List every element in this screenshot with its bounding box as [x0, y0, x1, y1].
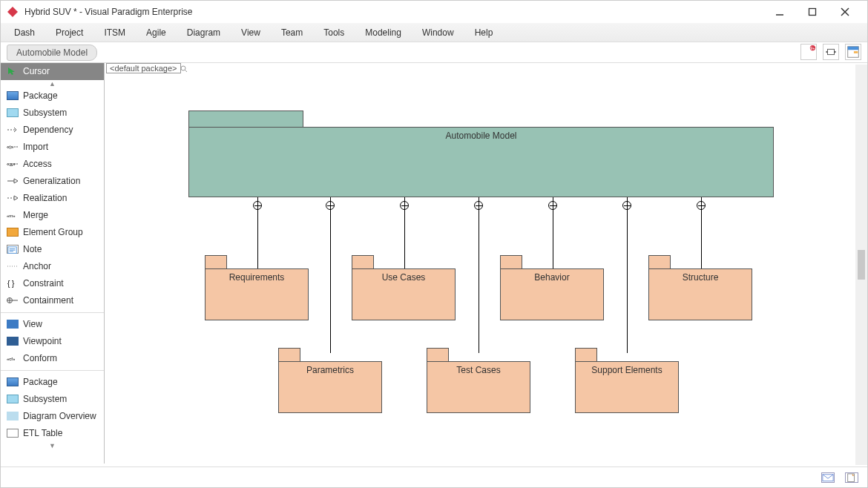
app-logo-icon: [7, 6, 19, 18]
palette-note[interactable]: Note: [1, 241, 104, 258]
menu-agile[interactable]: Agile: [136, 24, 177, 41]
maximize-button[interactable]: [796, 1, 829, 23]
breadcrumb[interactable]: Automobile Model: [7, 44, 97, 61]
svg-marker-20: [14, 196, 18, 200]
package-tab[interactable]: [205, 255, 227, 268]
package-tab[interactable]: [278, 348, 300, 361]
package-tab[interactable]: [352, 255, 374, 268]
menu-dash[interactable]: Dash: [4, 24, 45, 41]
connector: [479, 197, 479, 353]
package-icon: [7, 91, 19, 100]
package-behavior[interactable]: Behavior: [500, 268, 604, 320]
fit-width-icon[interactable]: [823, 44, 839, 60]
package-path[interactable]: <default package>: [106, 63, 181, 73]
connector: [257, 197, 258, 268]
diagram-overview-icon: [7, 412, 19, 421]
menu-project[interactable]: Project: [45, 24, 93, 41]
connector: [701, 197, 702, 268]
subsystem-icon: [7, 395, 19, 403]
package-structure[interactable]: Structure: [648, 268, 752, 320]
merge-icon: «m»: [7, 211, 19, 220]
window-controls: [763, 1, 861, 23]
search-icon[interactable]: [180, 65, 188, 72]
svg-text:{ }: { }: [7, 280, 15, 288]
viewpoint-icon: [7, 337, 19, 346]
palette-cursor[interactable]: Cursor: [1, 63, 104, 80]
minimize-button[interactable]: [763, 1, 796, 23]
menu-itsm[interactable]: ITSM: [93, 24, 136, 41]
status-bar: [1, 466, 867, 487]
palette-conform[interactable]: «cf»Conform: [1, 350, 104, 367]
palette-separator: [1, 312, 104, 313]
package-tab[interactable]: [500, 255, 522, 268]
svg-text:«cf»: «cf»: [7, 357, 16, 361]
palette-constraint[interactable]: { }Constraint: [1, 275, 104, 292]
package-tab[interactable]: [575, 348, 597, 361]
note-icon: [7, 245, 19, 254]
menu-modeling[interactable]: Modeling: [355, 24, 412, 41]
cursor-icon: [7, 67, 19, 76]
mail-icon[interactable]: [821, 472, 835, 483]
import-icon: «i»: [7, 142, 19, 151]
palette-realization[interactable]: Realization: [1, 190, 104, 207]
package-use-cases[interactable]: Use Cases: [352, 268, 456, 320]
package-root[interactable]: Automobile Model: [188, 127, 774, 197]
svg-rect-10: [854, 51, 858, 53]
document-icon[interactable]: [845, 472, 858, 483]
title-bar: Hybrid SUV * - Visual Paradigm Enterpris…: [1, 1, 867, 23]
package-parametrics[interactable]: Parametrics: [278, 361, 382, 413]
menu-window[interactable]: Window: [412, 24, 464, 41]
package-test-cases[interactable]: Test Cases: [427, 361, 530, 413]
palette-containment[interactable]: Containment: [1, 292, 104, 309]
menu-tools[interactable]: Tools: [313, 24, 355, 41]
palette-subsystem-2[interactable]: Subsystem: [1, 391, 104, 408]
palette-element-group[interactable]: Element Group: [1, 224, 104, 241]
palette-scroll-down[interactable]: ▼: [1, 442, 104, 449]
etl-table-icon: [7, 429, 19, 438]
vertical-scrollbar[interactable]: [855, 65, 867, 465]
palette-import[interactable]: «i»Import: [1, 139, 104, 156]
palette-generalization[interactable]: Generalization: [1, 173, 104, 190]
package-tab[interactable]: [427, 348, 449, 361]
palette-viewpoint[interactable]: Viewpoint: [1, 333, 104, 350]
realization-icon: [7, 194, 19, 202]
element-group-icon: [7, 228, 19, 237]
connector: [330, 197, 331, 353]
menu-diagram[interactable]: Diagram: [177, 24, 231, 41]
connector: [627, 197, 628, 353]
palette-separator: [1, 370, 104, 371]
menu-team[interactable]: Team: [271, 24, 313, 41]
palette-anchor[interactable]: Anchor: [1, 258, 104, 275]
menu-help[interactable]: Help: [464, 24, 504, 41]
announcement-icon[interactable]: 9+: [800, 44, 817, 60]
package-requirements[interactable]: Requirements: [205, 268, 309, 320]
palette-merge[interactable]: «m»Merge: [1, 207, 104, 224]
palette-view[interactable]: View: [1, 316, 104, 333]
connector: [404, 197, 405, 268]
diagram-canvas-wrapper: <default package> Automobile Model Requi…: [105, 63, 867, 464]
package-tab[interactable]: [648, 255, 671, 268]
scrollbar-thumb[interactable]: [858, 250, 865, 280]
palette-scroll-up[interactable]: ▲: [1, 80, 104, 88]
subsystem-icon: [7, 108, 19, 117]
palette-access[interactable]: «a»Access: [1, 156, 104, 173]
svg-rect-2: [809, 9, 816, 16]
package-root-label: Automobile Model: [445, 131, 516, 197]
svg-text:«m»: «m»: [7, 214, 16, 218]
palette-package-2[interactable]: Package: [1, 374, 104, 391]
palette-package[interactable]: Package: [1, 88, 104, 105]
svg-rect-7: [827, 49, 834, 54]
close-button[interactable]: [829, 1, 861, 23]
palette-dependency[interactable]: Dependency: [1, 122, 104, 139]
layout-panel-icon[interactable]: [845, 44, 861, 60]
generalization-icon: [7, 177, 19, 185]
diagram-canvas[interactable]: Automobile Model Requirements Use Cases …: [105, 73, 867, 464]
view-icon: [7, 320, 19, 329]
menu-view[interactable]: View: [231, 24, 271, 41]
palette-etl-table[interactable]: ETL Table: [1, 425, 104, 442]
package-support-elements[interactable]: Support Elements: [575, 361, 679, 413]
conform-icon: «cf»: [7, 354, 19, 363]
package-root-tab[interactable]: [188, 111, 303, 127]
palette-diagram-overview[interactable]: Diagram Overview: [1, 408, 104, 425]
palette-subsystem[interactable]: Subsystem: [1, 105, 104, 122]
